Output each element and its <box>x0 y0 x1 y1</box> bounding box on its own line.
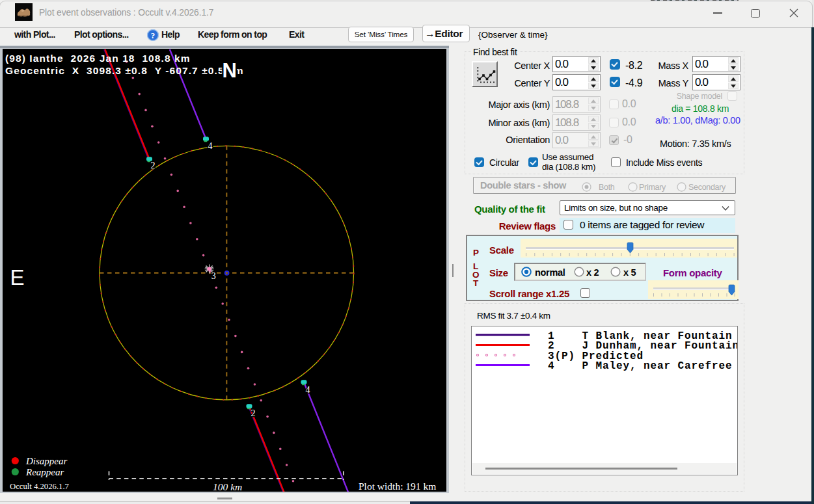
svg-text:E: E <box>10 265 25 289</box>
svg-text:N: N <box>223 59 237 82</box>
svg-text:100 km: 100 km <box>213 481 242 492</box>
svg-text:4: 4 <box>208 141 213 151</box>
svg-text:Reappear: Reappear <box>25 467 64 477</box>
svg-text:4 P Maley, near Carefree: 4 P Maley, near Carefree <box>548 360 733 372</box>
svg-text:Disappear: Disappear <box>25 456 67 466</box>
svg-text:(98) Ianthe 2026 Jan 18 108.: (98) Ianthe 2026 Jan 18 108.8 km <box>5 53 191 64</box>
svg-text:2: 2 <box>151 161 156 170</box>
svg-text:Geocentric X 3098.3 ±0.8 Y: Geocentric X 3098.3 ±0.8 Y -607.7 ±0.5 k… <box>5 65 244 76</box>
svg-text:4: 4 <box>306 385 310 395</box>
svg-text:?: ? <box>151 31 156 40</box>
svg-text:Occult 4.2026.1.7: Occult 4.2026.1.7 <box>10 482 69 491</box>
svg-text:2: 2 <box>251 408 256 418</box>
svg-text:Plot width: 191 km: Plot width: 191 km <box>359 481 436 492</box>
svg-text:3: 3 <box>211 271 216 281</box>
